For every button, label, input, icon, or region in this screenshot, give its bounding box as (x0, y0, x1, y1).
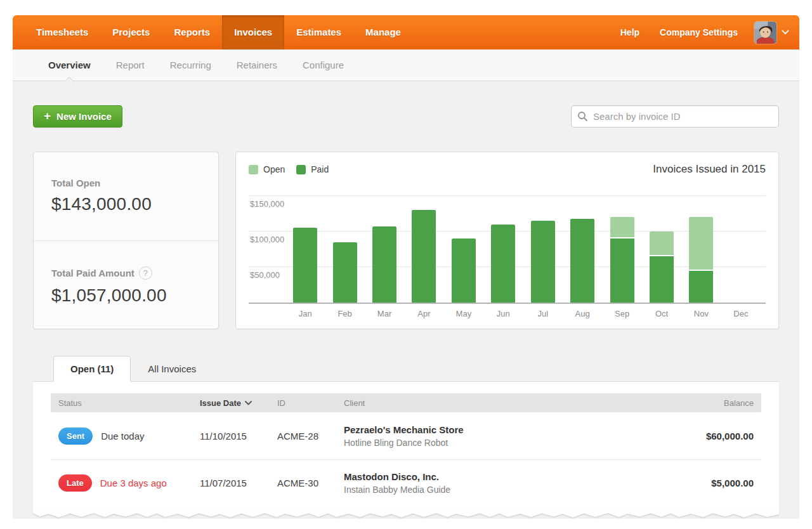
month-label: Jun (483, 309, 523, 318)
invoice-id-cell: ACME-28 (277, 431, 344, 441)
bar-slot-sep (602, 186, 641, 303)
user-menu-chevron-icon[interactable] (782, 30, 789, 35)
month-label: Aug (563, 309, 602, 318)
search-icon (577, 111, 588, 122)
issue-date-cell: 11/07/2015 (200, 478, 277, 488)
bar-slot-may (444, 186, 483, 303)
invoice-table-header: Status Issue Date ID Client Balance (51, 393, 761, 412)
chart-title: Invoices Issued in 2015 (653, 163, 766, 176)
client-cell: Mastodon Disco, Inc. Instain Babby Media… (344, 471, 646, 495)
col-issue-date-sort[interactable]: Issue Date (200, 398, 277, 408)
paid-bar-segment (412, 210, 436, 303)
nav-item-reports[interactable]: Reports (162, 15, 222, 49)
tab-open-invoices[interactable]: Open (11) (53, 356, 131, 382)
help-link[interactable]: Help (610, 27, 650, 37)
total-paid-label: Total Paid Amount (51, 268, 134, 278)
month-label: Feb (325, 309, 364, 318)
user-menu[interactable] (754, 22, 789, 44)
client-cell: Pezraelo's Mechanic Store Hotline Bling … (344, 424, 646, 448)
top-nav-items: Timesheets Projects Reports Invoices Est… (13, 15, 413, 49)
paid-bar-segment (570, 219, 594, 303)
plus-icon: + (44, 110, 51, 122)
stacked-bar-apr (412, 210, 436, 303)
invoice-id-cell: ACME-30 (277, 478, 344, 488)
balance-cell: $60,000.00 (646, 431, 754, 441)
legend-item: Paid (296, 164, 329, 174)
month-label: Sep (602, 309, 641, 318)
open-invoices-panel: Status Issue Date ID Client Balance Sent… (33, 381, 779, 513)
stacked-bar-aug (570, 219, 594, 303)
bar-slot-jan (285, 186, 325, 303)
balance-cell: $5,000.00 (646, 478, 754, 488)
invoice-search (571, 105, 779, 127)
bar-slot-mar (365, 186, 404, 303)
nav-item-estimates[interactable]: Estimates (284, 15, 353, 49)
bar-slot-dec (721, 186, 761, 303)
total-paid-amount: $1,057,000.00 (51, 285, 200, 306)
due-text: Due today (101, 431, 144, 441)
total-open-label: Total Open (51, 178, 200, 188)
bar-slot-jun (483, 186, 523, 303)
chart-x-axis-labels: JanFebMarAprMayJunJulAugSepOctNovDec (285, 304, 761, 318)
legend-paid-swatch (296, 165, 306, 174)
top-nav: Timesheets Projects Reports Invoices Est… (13, 15, 799, 49)
new-invoice-button[interactable]: + New Invoice (33, 105, 122, 127)
tab-all-invoices[interactable]: All Invoices (131, 356, 213, 382)
paid-bar-segment (610, 238, 634, 303)
open-bar-segment (610, 217, 634, 238)
bar-slot-aug (563, 186, 602, 303)
stacked-bar-jun (491, 225, 515, 303)
client-name: Mastodon Disco, Inc. (344, 471, 646, 482)
paid-bar-segment (333, 242, 357, 303)
month-label: Jan (285, 309, 325, 318)
totals-card: Total Open $143,000.00 Total Paid Amount… (33, 152, 219, 329)
paid-bar-segment (452, 238, 476, 303)
total-open-section: Total Open $143,000.00 (34, 152, 218, 240)
search-input[interactable] (571, 105, 779, 127)
month-label: Dec (721, 309, 761, 318)
legend-open-label: Open (263, 164, 285, 174)
nav-item-projects[interactable]: Projects (100, 15, 162, 49)
legend-open-swatch (249, 165, 258, 174)
month-label: Nov (681, 309, 721, 318)
invoices-chart-plot: $50,000$100,000$150,000 (249, 186, 766, 304)
total-open-amount: $143,000.00 (51, 194, 200, 214)
invoice-row-acme-30[interactable]: Late Due 3 days ago 11/07/2015 ACME-30 M… (51, 459, 761, 506)
y-axis-tick-label: $100,000 (250, 235, 284, 244)
invoice-subject: Instain Babby Media Guide (344, 485, 646, 495)
bar-slot-nov (681, 186, 721, 303)
legend-paid-label: Paid (311, 164, 329, 174)
paid-help-icon[interactable]: ? (139, 266, 152, 280)
due-text: Due 3 days ago (100, 478, 167, 488)
stacked-bar-nov (689, 217, 713, 303)
bars-row (285, 186, 761, 303)
stacked-bar-may (452, 238, 476, 303)
col-status: Status (58, 398, 200, 408)
company-settings-link[interactable]: Company Settings (650, 27, 748, 37)
subnav-item-recurring[interactable]: Recurring (157, 49, 224, 81)
bar-slot-feb (325, 186, 364, 303)
paid-bar-segment (372, 226, 396, 303)
summary-and-chart-row: Total Open $143,000.00 Total Paid Amount… (33, 152, 779, 329)
paid-bar-segment (650, 256, 674, 303)
stacked-bar-mar (372, 226, 396, 303)
avatar[interactable] (754, 22, 776, 44)
chart-legend: Open Paid (249, 164, 329, 174)
nav-item-timesheets[interactable]: Timesheets (24, 15, 100, 49)
subnav-item-report[interactable]: Report (103, 49, 157, 81)
nav-item-invoices[interactable]: Invoices (222, 15, 284, 49)
late-status-badge: Late (58, 474, 92, 492)
subnav-item-retainers[interactable]: Retainers (224, 49, 290, 81)
sort-chevron-down-icon (245, 401, 252, 405)
y-axis-tick-label: $50,000 (250, 270, 280, 280)
nav-item-manage[interactable]: Manage (353, 15, 413, 49)
open-bar-segment (650, 232, 674, 256)
subnav-item-overview[interactable]: Overview (36, 49, 103, 81)
stacked-bar-oct (650, 232, 674, 303)
page-content: + New Invoice Total Open $143,000.00 (13, 81, 799, 519)
invoice-row-acme-28[interactable]: Sent Due today 11/10/2015 ACME-28 Pezrae… (51, 412, 761, 459)
client-name: Pezraelo's Mechanic Store (344, 424, 646, 435)
subnav-item-configure[interactable]: Configure (290, 49, 357, 81)
stacked-bar-sep (610, 217, 634, 303)
toolbar: + New Invoice (33, 105, 779, 127)
